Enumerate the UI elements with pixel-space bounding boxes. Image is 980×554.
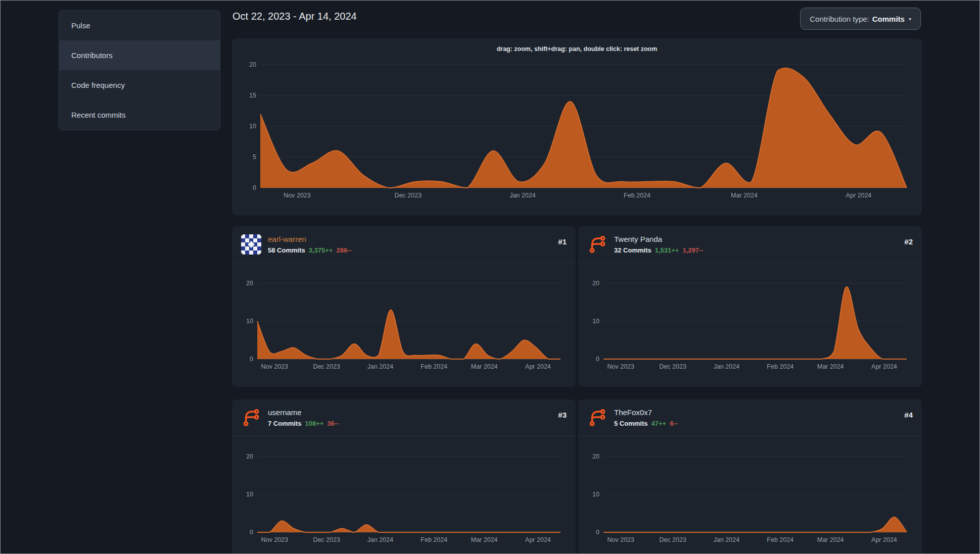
rank-badge: #2 — [904, 237, 913, 246]
svg-text:10: 10 — [246, 491, 253, 498]
svg-text:Jan 2024: Jan 2024 — [714, 536, 739, 543]
forgejo-logo-avatar — [587, 408, 608, 428]
deletions-count: 286-- — [336, 246, 351, 254]
svg-text:Nov 2023: Nov 2023 — [608, 536, 635, 543]
svg-text:10: 10 — [592, 318, 599, 325]
svg-text:Apr 2024: Apr 2024 — [846, 192, 872, 199]
svg-text:0: 0 — [596, 356, 599, 363]
svg-text:Mar 2024: Mar 2024 — [471, 536, 498, 543]
contributor-card: username 7 Commits 108++ 36-- #3 01020No… — [232, 399, 576, 554]
svg-text:Mar 2024: Mar 2024 — [471, 363, 498, 370]
contributor-stats: 32 Commits 1,531++ 1,297-- — [614, 246, 704, 254]
svg-text:20: 20 — [246, 453, 253, 460]
svg-text:Apr 2024: Apr 2024 — [525, 363, 551, 370]
forgejo-logo-avatar — [241, 408, 261, 428]
svg-text:Feb 2024: Feb 2024 — [767, 536, 794, 543]
contributor-area-chart[interactable]: 01020Nov 2023Dec 2023Jan 2024Feb 2024Mar… — [583, 452, 914, 545]
sidebar-item-pulse[interactable]: Pulse — [59, 11, 220, 40]
svg-text:Dec 2023: Dec 2023 — [313, 536, 340, 543]
svg-text:Dec 2023: Dec 2023 — [313, 363, 340, 370]
sidebar-item-recent-commits[interactable]: Recent commits — [59, 100, 220, 130]
contributor-stats: 7 Commits 108++ 36-- — [268, 420, 339, 427]
svg-text:Mar 2024: Mar 2024 — [731, 192, 758, 199]
svg-text:10: 10 — [249, 123, 256, 130]
svg-text:Mar 2024: Mar 2024 — [817, 536, 844, 543]
svg-text:10: 10 — [246, 318, 253, 325]
contributor-stats: 5 Commits 47++ 6-- — [614, 420, 678, 427]
svg-text:0: 0 — [253, 184, 256, 191]
deletions-count: 1,297-- — [682, 246, 703, 254]
identicon-avatar — [241, 234, 261, 255]
date-range-title: Oct 22, 2023 - Apr 14, 2024 — [232, 11, 357, 22]
svg-text:20: 20 — [592, 453, 599, 460]
svg-text:5: 5 — [253, 154, 256, 161]
contributor-identity: username 7 Commits 108++ 36-- — [268, 408, 339, 428]
forgejo-logo-avatar — [587, 234, 608, 255]
deletions-count: 6-- — [670, 420, 678, 427]
svg-text:Apr 2024: Apr 2024 — [871, 363, 897, 370]
contributor-identity: earl-warren 58 Commits 3,375++ 286-- — [268, 234, 352, 255]
contributor-name: username — [268, 408, 339, 417]
sidebar-item-contributors[interactable]: Contributors — [59, 40, 220, 70]
svg-text:20: 20 — [249, 61, 256, 68]
svg-text:0: 0 — [596, 529, 599, 536]
additions-count: 47++ — [651, 420, 666, 427]
contributor-name: TheFox0x7 — [614, 408, 678, 417]
svg-text:Apr 2024: Apr 2024 — [525, 536, 551, 543]
svg-text:20: 20 — [592, 280, 599, 287]
svg-text:15: 15 — [249, 92, 256, 99]
contributors-page: Pulse Contributors Code frequency Recent… — [0, 0, 980, 554]
commit-count: 32 Commits — [614, 246, 651, 254]
svg-text:Jan 2024: Jan 2024 — [714, 363, 739, 370]
contribution-type-value: Commits — [872, 15, 905, 23]
svg-text:Feb 2024: Feb 2024 — [767, 363, 794, 370]
svg-text:Feb 2024: Feb 2024 — [421, 363, 447, 370]
svg-text:Jan 2024: Jan 2024 — [367, 363, 393, 370]
svg-text:Nov 2023: Nov 2023 — [608, 363, 635, 370]
svg-text:Feb 2024: Feb 2024 — [624, 192, 650, 199]
contribution-type-label: Contribution type: — [810, 15, 869, 23]
repo-activity-sidebar: Pulse Contributors Code frequency Recent… — [59, 10, 220, 130]
commit-count: 5 Commits — [614, 420, 647, 427]
svg-text:0: 0 — [250, 529, 253, 536]
svg-text:Nov 2023: Nov 2023 — [261, 363, 289, 370]
contributor-card-header: TheFox0x7 5 Commits 47++ 6-- #4 — [578, 399, 922, 436]
additions-count: 1,531++ — [655, 246, 679, 254]
contributions-area-chart[interactable]: 05101520Nov 2023Dec 2023Jan 2024Feb 2024… — [240, 61, 914, 201]
svg-text:10: 10 — [592, 491, 599, 498]
contributor-area-chart[interactable]: 01020Nov 2023Dec 2023Jan 2024Feb 2024Mar… — [237, 279, 568, 372]
svg-text:Apr 2024: Apr 2024 — [871, 536, 897, 543]
svg-text:Mar 2024: Mar 2024 — [817, 363, 844, 370]
contributor-identity: TheFox0x7 5 Commits 47++ 6-- — [614, 408, 678, 428]
commit-count: 7 Commits — [268, 420, 301, 427]
additions-count: 108++ — [305, 420, 323, 427]
contributor-name: Twenty Panda — [614, 235, 704, 244]
contributor-card-header: Twenty Panda 32 Commits 1,531++ 1,297-- … — [578, 226, 922, 263]
contributor-identity: Twenty Panda 32 Commits 1,531++ 1,297-- — [614, 234, 704, 255]
contributor-card-header: username 7 Commits 108++ 36-- #3 — [232, 399, 576, 436]
contributor-area-chart[interactable]: 01020Nov 2023Dec 2023Jan 2024Feb 2024Mar… — [237, 452, 568, 545]
sidebar-item-code-frequency[interactable]: Code frequency — [59, 70, 220, 100]
contributions-chart-panel: drag: zoom, shift+drag: pan, double clic… — [232, 38, 922, 215]
svg-text:Dec 2023: Dec 2023 — [659, 536, 686, 543]
contributor-card-header: earl-warren 58 Commits 3,375++ 286-- #1 — [232, 226, 576, 263]
contribution-type-dropdown[interactable]: Contribution type: Commits ▾ — [800, 8, 921, 30]
svg-text:Jan 2024: Jan 2024 — [367, 536, 393, 543]
contributor-card: earl-warren 58 Commits 3,375++ 286-- #1 … — [232, 226, 576, 387]
commit-count: 58 Commits — [268, 246, 305, 254]
rank-badge: #4 — [904, 411, 913, 419]
contributor-area-chart[interactable]: 01020Nov 2023Dec 2023Jan 2024Feb 2024Mar… — [583, 279, 914, 372]
svg-text:Nov 2023: Nov 2023 — [284, 192, 311, 199]
rank-badge: #3 — [558, 411, 567, 419]
contributor-name-link[interactable]: earl-warren — [268, 235, 352, 244]
chevron-down-icon: ▾ — [909, 16, 911, 22]
svg-text:20: 20 — [246, 280, 253, 287]
svg-text:Feb 2024: Feb 2024 — [421, 536, 447, 543]
contributor-card: TheFox0x7 5 Commits 47++ 6-- #4 01020Nov… — [578, 399, 922, 554]
svg-text:0: 0 — [250, 356, 253, 363]
additions-count: 3,375++ — [309, 246, 333, 254]
rank-badge: #1 — [558, 237, 567, 246]
svg-text:Jan 2024: Jan 2024 — [509, 192, 535, 199]
contributor-stats: 58 Commits 3,375++ 286-- — [268, 246, 352, 254]
svg-text:Dec 2023: Dec 2023 — [395, 192, 422, 199]
